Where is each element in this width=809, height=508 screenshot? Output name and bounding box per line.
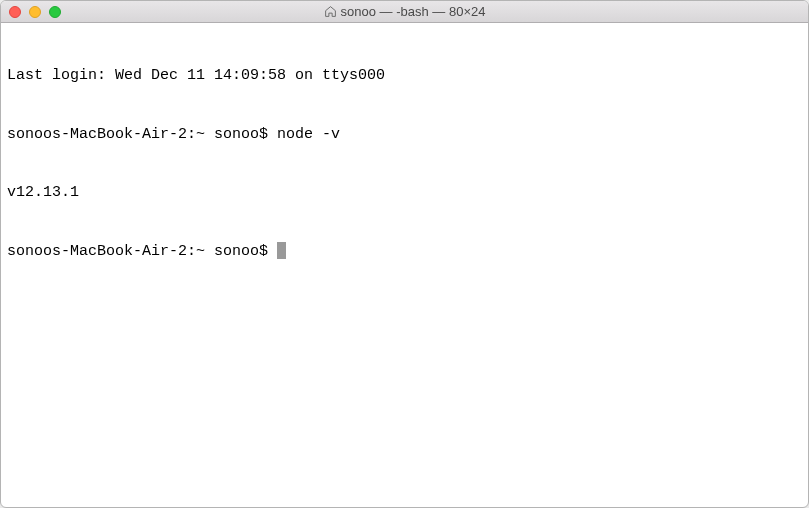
maximize-button[interactable] bbox=[49, 6, 61, 18]
terminal-line: v12.13.1 bbox=[7, 183, 802, 203]
prompt-text: sonoos-MacBook-Air-2:~ sonoo$ bbox=[7, 126, 277, 143]
traffic-lights bbox=[1, 6, 61, 18]
minimize-button[interactable] bbox=[29, 6, 41, 18]
titlebar[interactable]: sonoo — -bash — 80×24 bbox=[1, 1, 808, 23]
window-title-text: sonoo — -bash — 80×24 bbox=[341, 4, 486, 19]
window-title: sonoo — -bash — 80×24 bbox=[1, 4, 808, 19]
prompt-text: sonoos-MacBook-Air-2:~ sonoo$ bbox=[7, 243, 277, 260]
terminal-line: sonoos-MacBook-Air-2:~ sonoo$ node -v bbox=[7, 125, 802, 145]
cursor bbox=[277, 242, 286, 259]
terminal-line: sonoos-MacBook-Air-2:~ sonoo$ bbox=[7, 242, 802, 262]
last-login-text: Last login: Wed Dec 11 14:09:58 on ttys0… bbox=[7, 67, 385, 84]
home-icon bbox=[324, 5, 337, 18]
terminal-body[interactable]: Last login: Wed Dec 11 14:09:58 on ttys0… bbox=[1, 23, 808, 508]
close-button[interactable] bbox=[9, 6, 21, 18]
terminal-window: sonoo — -bash — 80×24 Last login: Wed De… bbox=[0, 0, 809, 508]
output-text: v12.13.1 bbox=[7, 184, 79, 201]
terminal-line: Last login: Wed Dec 11 14:09:58 on ttys0… bbox=[7, 66, 802, 86]
command-text: node -v bbox=[277, 126, 340, 143]
